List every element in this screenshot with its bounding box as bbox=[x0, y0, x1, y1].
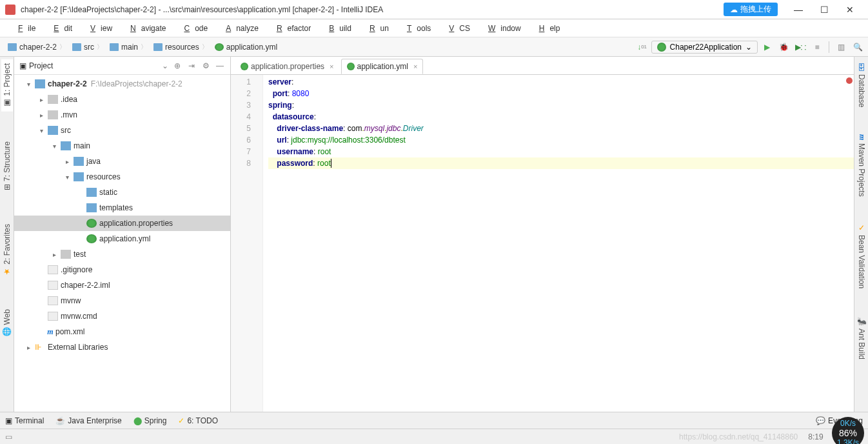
tree-item[interactable]: ▸.mvn bbox=[14, 107, 230, 123]
menu-vcs[interactable]: VCS bbox=[439, 21, 475, 35]
file-icon bbox=[48, 265, 58, 274]
tree-arrow-icon[interactable]: ▸ bbox=[63, 158, 71, 165]
tree-item[interactable]: ▾resources bbox=[14, 169, 230, 185]
tree-item[interactable]: application.properties bbox=[14, 216, 230, 231]
tab-favorites[interactable]: ★2: Favorites bbox=[1, 220, 13, 280]
menu-code[interactable]: Code bbox=[173, 21, 213, 35]
hide-icon[interactable]: — bbox=[215, 61, 225, 70]
menu-tools[interactable]: Tools bbox=[397, 21, 436, 35]
locate-icon[interactable]: ⊕ bbox=[172, 61, 182, 70]
window-titlebar: chaper-2-2 [F:\IdeaProjects\chaper-2-2] … bbox=[0, 0, 868, 19]
project-tw-title[interactable]: Project bbox=[29, 61, 53, 70]
tree-arrow-icon[interactable]: ▾ bbox=[37, 127, 45, 134]
menu-run[interactable]: Run bbox=[359, 21, 394, 35]
network-monitor[interactable]: 0K/s 86% 1.3K/s bbox=[832, 417, 864, 444]
close-tab-icon[interactable]: × bbox=[413, 63, 417, 70]
build-down-icon[interactable]: ↓01 bbox=[637, 42, 647, 52]
editor-gutter: 12345678 bbox=[231, 75, 263, 412]
menu-window[interactable]: Window bbox=[478, 21, 526, 35]
settings-icon[interactable]: ⚙ bbox=[201, 61, 211, 70]
tab-ant-build[interactable]: 🐜Ant Build bbox=[856, 312, 867, 363]
code-content[interactable]: server: port: 8080 spring: datasource: d… bbox=[263, 75, 854, 412]
breadcrumb-label: src bbox=[84, 43, 94, 52]
breadcrumb-item[interactable]: chaper-2-2 bbox=[5, 39, 68, 55]
folder-blue-icon bbox=[8, 43, 17, 51]
tree-item[interactable]: mvnw bbox=[14, 293, 230, 308]
tree-item[interactable]: mpom.xml bbox=[14, 324, 230, 339]
folder-blue-icon bbox=[72, 43, 81, 51]
menu-analyze[interactable]: Analyze bbox=[215, 21, 264, 35]
tree-path: F:\IdeaProjects\chaper-2-2 bbox=[91, 79, 182, 88]
tree-item[interactable]: ▸⊪External Libraries bbox=[14, 339, 230, 355]
breadcrumb-item[interactable]: src bbox=[70, 39, 106, 55]
menu-file[interactable]: File bbox=[8, 21, 41, 35]
tree-arrow-icon[interactable]: ▸ bbox=[50, 251, 58, 258]
tree-item[interactable]: ▾chaper-2-2F:\IdeaProjects\chaper-2-2 bbox=[14, 76, 230, 92]
menu-view[interactable]: View bbox=[80, 21, 117, 35]
tab-terminal[interactable]: ▣Terminal bbox=[5, 416, 44, 425]
menu-build[interactable]: Build bbox=[319, 21, 357, 35]
tab-structure[interactable]: ⊞7: Structure bbox=[1, 137, 13, 194]
close-button[interactable]: ✕ bbox=[837, 5, 863, 15]
tab-maven[interactable]: mMaven Projects bbox=[855, 130, 868, 200]
menu-help[interactable]: Help bbox=[529, 21, 566, 35]
debug-button[interactable]: 🐞 bbox=[778, 42, 789, 52]
status-icon[interactable]: ▭ bbox=[5, 432, 12, 441]
search-everywhere-button[interactable]: 🔍 bbox=[853, 42, 863, 52]
tab-web[interactable]: 🌐Web bbox=[1, 305, 13, 341]
chevron-down-icon[interactable]: ⌄ bbox=[162, 61, 168, 70]
run-button[interactable]: ▶ bbox=[762, 42, 772, 52]
tree-item[interactable]: ▾main bbox=[14, 138, 230, 154]
tree-label: application.properties bbox=[99, 219, 173, 228]
tree-arrow-icon[interactable]: ▾ bbox=[25, 81, 32, 88]
tab-bean-validation[interactable]: ✓Bean Validation bbox=[856, 219, 867, 292]
tree-item[interactable]: ▾src bbox=[14, 123, 230, 138]
breadcrumb-item[interactable]: main bbox=[107, 39, 150, 55]
upload-button[interactable]: ☁拖拽上传 bbox=[724, 3, 778, 16]
editor-tab[interactable]: application.yml× bbox=[341, 59, 424, 74]
run-with-coverage-button[interactable]: ▶⸬ bbox=[795, 42, 805, 52]
tab-todo[interactable]: ✓6: TODO bbox=[178, 416, 218, 425]
cursor-position[interactable]: 8:19 bbox=[808, 432, 823, 441]
tree-item[interactable]: ▸java bbox=[14, 154, 230, 169]
project-structure-button[interactable]: ▥ bbox=[836, 42, 846, 52]
tree-item[interactable]: chaper-2-2.iml bbox=[14, 278, 230, 293]
tree-arrow-icon[interactable]: ▸ bbox=[37, 112, 45, 119]
stop-button[interactable]: ■ bbox=[812, 42, 822, 52]
collapse-icon[interactable]: ⇥ bbox=[186, 61, 197, 70]
tree-item[interactable]: templates bbox=[14, 200, 230, 216]
tree-item[interactable]: ▸test bbox=[14, 247, 230, 262]
error-marker-icon[interactable] bbox=[846, 77, 853, 84]
tree-arrow-icon[interactable]: ▸ bbox=[37, 96, 45, 103]
tree-item[interactable]: static bbox=[14, 185, 230, 200]
line-number: 7 bbox=[231, 146, 251, 157]
tree-arrow-icon[interactable]: ▾ bbox=[63, 174, 71, 181]
menu-refactor[interactable]: Refactor bbox=[266, 21, 316, 35]
editor-tab[interactable]: application.properties× bbox=[235, 59, 340, 74]
tree-item[interactable]: .gitignore bbox=[14, 262, 230, 278]
folder-b-icon bbox=[35, 79, 45, 88]
breadcrumb-label: main bbox=[121, 43, 138, 52]
menu-navigate[interactable]: Navigate bbox=[120, 21, 171, 35]
tree-label: templates bbox=[99, 203, 133, 212]
project-tree[interactable]: ▾chaper-2-2F:\IdeaProjects\chaper-2-2▸.i… bbox=[14, 75, 230, 412]
tree-item[interactable]: application.yml bbox=[14, 231, 230, 247]
tab-java-enterprise[interactable]: ☕Java Enterprise bbox=[55, 416, 121, 425]
breadcrumb-item[interactable]: application.yml bbox=[212, 39, 282, 55]
maximize-button[interactable]: ☐ bbox=[811, 5, 837, 15]
run-configuration-dropdown[interactable]: Chaper22Application ⌄ bbox=[651, 41, 758, 54]
tree-arrow-icon[interactable]: ▾ bbox=[50, 143, 58, 150]
tree-item[interactable]: mvnw.cmd bbox=[14, 308, 230, 324]
close-tab-icon[interactable]: × bbox=[330, 63, 333, 70]
window-title: chaper-2-2 [F:\IdeaProjects\chaper-2-2] … bbox=[21, 5, 724, 14]
minimize-button[interactable]: — bbox=[785, 5, 811, 15]
breadcrumb-item[interactable]: resources bbox=[151, 39, 211, 55]
tab-project[interactable]: ▣1: Project bbox=[1, 59, 13, 112]
tree-item[interactable]: ▸.idea bbox=[14, 92, 230, 107]
maven-icon: m bbox=[45, 327, 55, 337]
tab-database[interactable]: 🗄Database bbox=[856, 59, 867, 111]
tab-spring[interactable]: ⬤Spring bbox=[133, 416, 167, 425]
menu-edit[interactable]: Edit bbox=[43, 21, 77, 35]
tree-arrow-icon[interactable]: ▸ bbox=[25, 344, 32, 351]
editor-body[interactable]: 12345678 server: port: 8080 spring: data… bbox=[231, 75, 854, 412]
